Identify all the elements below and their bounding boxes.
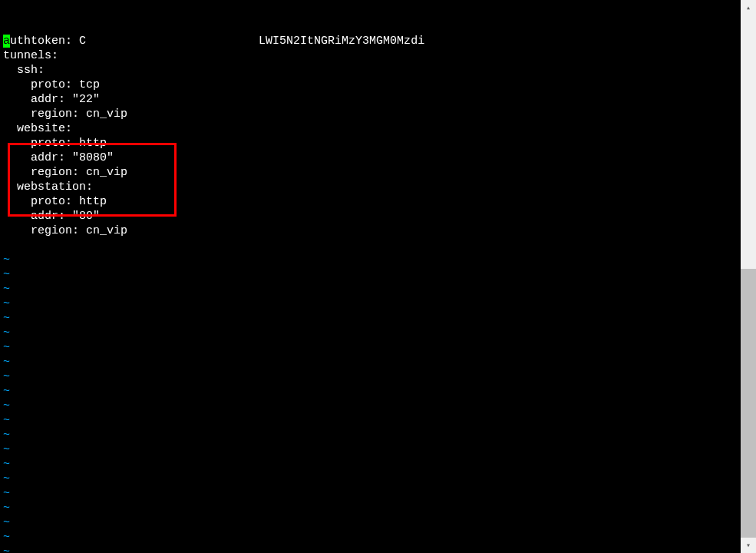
editor-line: proto: http — [3, 194, 738, 209]
editor-line: addr: "80" — [3, 209, 738, 224]
editor-line: tunnels: — [3, 48, 738, 63]
editor-line: website: — [3, 121, 738, 136]
line-text: uthtoken: C — [10, 35, 86, 48]
vim-tilde-line: ~ — [3, 530, 738, 545]
line-text: LWI5N2ItNGRiMzY3MGM0Mzdi — [259, 35, 424, 48]
cursor: a — [3, 35, 10, 48]
editor-line: addr: "22" — [3, 92, 738, 107]
editor-line: addr: "8080" — [3, 151, 738, 165]
scroll-up-button[interactable]: ▴ — [741, 0, 756, 15]
vim-tilde-line: ~ — [3, 340, 738, 355]
vim-tilde-line: ~ — [3, 326, 738, 340]
editor-line: proto: tcp — [3, 78, 738, 92]
vim-tilde-line: ~ — [3, 545, 738, 553]
vim-tilde-line: ~ — [3, 369, 738, 384]
vertical-scrollbar[interactable]: ▴ ▾ — [741, 0, 756, 553]
vim-tilde-line: ~ — [3, 399, 738, 413]
editor-line — [3, 238, 738, 253]
vim-tilde-line: ~ — [3, 311, 738, 326]
vim-tilde-line: ~ — [3, 515, 738, 530]
vim-tilde-line: ~ — [3, 428, 738, 442]
scroll-down-button[interactable]: ▾ — [741, 538, 756, 553]
terminal-editor[interactable]: authtoken: C█████████████████████████LWI… — [0, 0, 741, 553]
vim-tilde-line: ~ — [3, 384, 738, 399]
vim-tilde-line: ~ — [3, 282, 738, 296]
vim-tilde-line: ~ — [3, 253, 738, 267]
editor-line: region: cn_vip — [3, 224, 738, 238]
vim-tilde-line: ~ — [3, 457, 738, 472]
editor-line: webstation: — [3, 180, 738, 194]
vim-tilde-line: ~ — [3, 486, 738, 501]
vim-tilde-line: ~ — [3, 442, 738, 457]
vim-tilde-line: ~ — [3, 296, 738, 311]
editor-line: authtoken: C█████████████████████████LWI… — [3, 34, 738, 48]
vim-tilde-line: ~ — [3, 501, 738, 515]
scroll-thumb[interactable] — [741, 269, 756, 538]
redacted-token: █████████████████████████ — [86, 35, 259, 48]
editor-line: region: cn_vip — [3, 107, 738, 121]
vim-tilde-line: ~ — [3, 472, 738, 486]
editor-line: proto: http — [3, 136, 738, 151]
vim-tilde-line: ~ — [3, 267, 738, 282]
editor-line: region: cn_vip — [3, 165, 738, 180]
vim-tilde-line: ~ — [3, 413, 738, 428]
editor-line: ssh: — [3, 63, 738, 78]
vim-tilde-line: ~ — [3, 355, 738, 369]
